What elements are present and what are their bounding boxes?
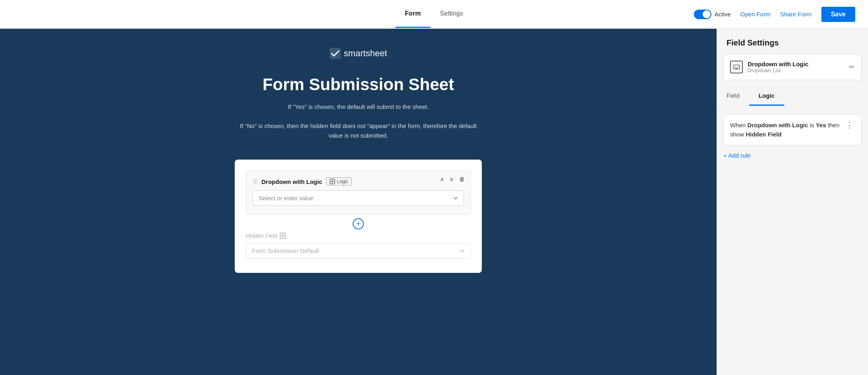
- logic-rule-text: When Dropdown with Logic is Yes then sho…: [730, 121, 844, 139]
- dropdown-field-label: Dropdown with Logic: [261, 178, 322, 185]
- main-layout: smartsheet Form Submission Sheet If "Yes…: [0, 29, 868, 375]
- top-nav: Form Settings Active Open Form Share For…: [0, 0, 868, 29]
- dropdown-select[interactable]: Select or enter value: [253, 190, 464, 206]
- drag-handle[interactable]: ⠿: [253, 178, 257, 186]
- field-type-icon: [730, 61, 743, 73]
- smartsheet-logo: smartsheet: [330, 48, 387, 59]
- tab-field[interactable]: Field: [717, 87, 749, 106]
- form-card: ∧ ∨ 🗑 ⠿ Dropdown with Logic Logic Select…: [235, 160, 482, 273]
- move-up-button[interactable]: ∧: [438, 175, 446, 183]
- tab-logic[interactable]: Logic: [749, 87, 784, 106]
- field-header: ⠿ Dropdown with Logic Logic: [253, 178, 464, 186]
- open-form-link[interactable]: Open Form: [740, 11, 771, 18]
- hidden-field-icon: [280, 233, 286, 239]
- field-type-text: Dropdown with Logic Dropdown List: [748, 61, 808, 73]
- delete-field-button[interactable]: 🗑: [458, 175, 466, 183]
- logic-icon: [330, 179, 335, 184]
- logo-text: smartsheet: [344, 48, 387, 59]
- settings-tabs: Field Logic: [717, 87, 868, 106]
- form-preview: smartsheet Form Submission Sheet If "Yes…: [0, 29, 717, 375]
- active-label: Active: [715, 11, 731, 18]
- nav-tabs: Form Settings: [395, 0, 473, 28]
- logic-rule-card: When Dropdown with Logic is Yes then sho…: [723, 114, 862, 146]
- hidden-field-block: Hidden Field Form Submission Default: [246, 229, 471, 262]
- hidden-field-select[interactable]: Form Submission Default: [246, 243, 471, 259]
- field-settings-panel: Field Settings Dropdown with Logic Dropd…: [717, 29, 868, 375]
- active-toggle-wrap: Active: [694, 10, 731, 19]
- toggle-knob: [703, 10, 711, 18]
- add-rule-button[interactable]: + Add rule: [723, 152, 750, 159]
- logic-badge[interactable]: Logic: [326, 178, 352, 186]
- share-form-link[interactable]: Share Form: [780, 11, 811, 18]
- save-button[interactable]: Save: [821, 7, 855, 22]
- form-desc-line1: If "Yes" is chosen, the default will sub…: [239, 102, 478, 140]
- field-type-sub: Dropdown List: [748, 67, 808, 73]
- hidden-field-label-wrap: Hidden Field: [246, 233, 471, 239]
- field-controls: ∧ ∨ 🗑: [438, 175, 466, 183]
- dropdown-icon: [732, 63, 740, 71]
- dropdown-field-block: ∧ ∨ 🗑 ⠿ Dropdown with Logic Logic Select…: [246, 171, 471, 214]
- logic-content: When Dropdown with Logic is Yes then sho…: [717, 106, 868, 167]
- field-type-name: Dropdown with Logic: [748, 61, 808, 67]
- form-title: Form Submission Sheet: [263, 75, 454, 94]
- field-type-info: Dropdown with Logic Dropdown List: [730, 61, 808, 73]
- smartsheet-logo-icon: [330, 48, 341, 59]
- tab-form[interactable]: Form: [395, 0, 430, 28]
- add-field-area: +: [246, 218, 471, 229]
- tab-settings[interactable]: Settings: [430, 0, 473, 28]
- settings-header: Field Settings: [717, 29, 868, 54]
- active-toggle[interactable]: [694, 10, 711, 19]
- field-type-card: Dropdown with Logic Dropdown List ✏: [723, 54, 862, 80]
- move-down-button[interactable]: ∨: [448, 175, 455, 183]
- edit-field-button[interactable]: ✏: [849, 63, 855, 71]
- more-options-button[interactable]: ⋮: [844, 121, 855, 129]
- add-field-button[interactable]: +: [353, 218, 364, 229]
- nav-right: Active Open Form Share Form Save: [694, 7, 855, 22]
